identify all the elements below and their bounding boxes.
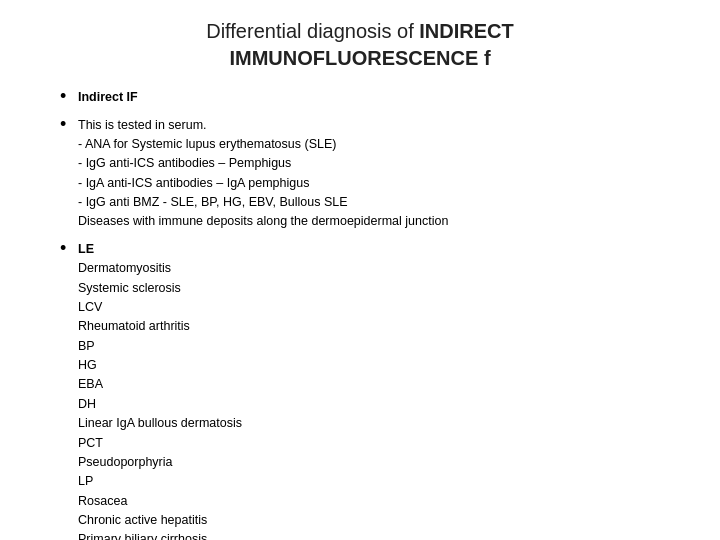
bullet3-line13: Chronic active hepatitis: [78, 511, 242, 530]
bullet2-line0: This is tested in serum.: [78, 116, 448, 135]
bullet-content-1: Indirect IF: [78, 88, 138, 107]
bullet-item-3: • LE Dermatomyositis Systemic sclerosis …: [60, 240, 670, 540]
bullet1-bold: Indirect IF: [78, 88, 138, 107]
bullet-dot-1: •: [60, 86, 78, 108]
bullet2-line5: Diseases with immune deposits along the …: [78, 212, 448, 231]
bullet3-line9: PCT: [78, 434, 242, 453]
bullet3-bold: LE: [78, 240, 242, 259]
bullet3-line0: Dermatomyositis: [78, 259, 242, 278]
page-container: Differential diagnosis of INDIRECT IMMUN…: [0, 0, 720, 540]
bullet3-line6: EBA: [78, 375, 242, 394]
content-area: • Indirect IF • This is tested in serum.…: [50, 88, 670, 540]
bullet3-line8: Linear IgA bullous dermatosis: [78, 414, 242, 433]
title-line1-normal: Differential diagnosis of: [206, 20, 419, 42]
bullet3-line7: DH: [78, 395, 242, 414]
bullet3-line12: Rosacea: [78, 492, 242, 511]
bullet-content-2: This is tested in serum. - ANA for Syste…: [78, 116, 448, 232]
bullet-item-1: • Indirect IF: [60, 88, 670, 108]
bullet3-line3: Rheumatoid arthritis: [78, 317, 242, 336]
title-section: Differential diagnosis of INDIRECT IMMUN…: [50, 20, 670, 70]
bullet3-line1: Systemic sclerosis: [78, 279, 242, 298]
bullet3-line14: Primary biliary cirrhosis: [78, 530, 242, 540]
bullet2-line4: - IgG anti BMZ - SLE, BP, HG, EBV, Bullo…: [78, 193, 448, 212]
bullet2-line1: - ANA for Systemic lupus erythematosus (…: [78, 135, 448, 154]
bullet2-line3: - IgA anti-ICS antibodies – IgA pemphigu…: [78, 174, 448, 193]
bullet3-line2: LCV: [78, 298, 242, 317]
bullet3-line11: LP: [78, 472, 242, 491]
title-line2: IMMUNOFLUORESCENCE f: [50, 47, 670, 70]
bullet-dot-2: •: [60, 114, 78, 136]
bullet-dot-3: •: [60, 238, 78, 260]
bullet-content-3: LE Dermatomyositis Systemic sclerosis LC…: [78, 240, 242, 540]
bullet-item-2: • This is tested in serum. - ANA for Sys…: [60, 116, 670, 232]
bullet3-line4: BP: [78, 337, 242, 356]
title-line1: Differential diagnosis of INDIRECT: [50, 20, 670, 43]
title-line1-bold: INDIRECT: [419, 20, 513, 42]
bullet2-line2: - IgG anti-ICS antibodies – Pemphigus: [78, 154, 448, 173]
bullet3-line10: Pseudoporphyria: [78, 453, 242, 472]
bullet3-line5: HG: [78, 356, 242, 375]
